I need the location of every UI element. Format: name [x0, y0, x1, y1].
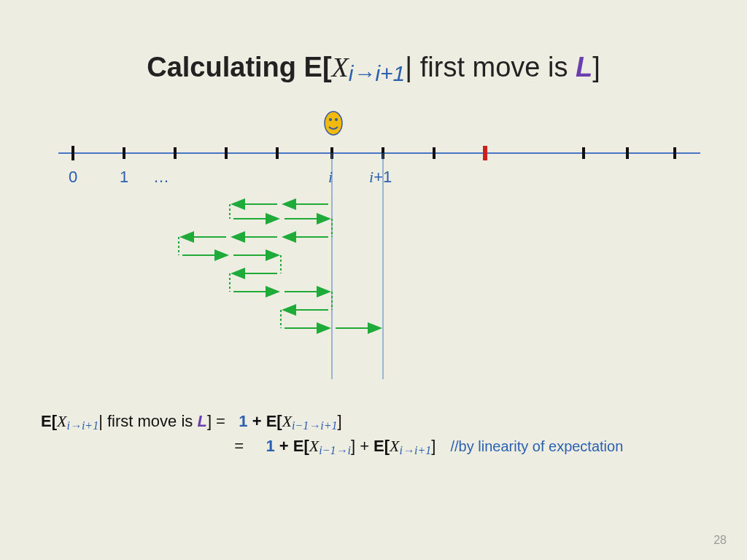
- svg-point-1: [329, 118, 332, 121]
- svg-point-0: [325, 112, 342, 135]
- equation-row-1: E[Xi→i+1| first move is L] = 1 + E[Xi−1→…: [41, 412, 623, 432]
- title-L: L: [576, 52, 592, 82]
- title-subscript: i→i+1: [349, 61, 405, 85]
- page-number: 28: [713, 534, 727, 547]
- axis-label-1: 1: [120, 168, 128, 187]
- eq-indent: =: [41, 437, 248, 456]
- title-mid: | first move is: [405, 52, 576, 82]
- equation-block: E[Xi→i+1| first move is L] = 1 + E[Xi−1→…: [41, 412, 623, 462]
- axis-label-0: 0: [69, 168, 77, 187]
- svg-point-2: [335, 118, 338, 121]
- axis-label-i: i: [328, 168, 333, 187]
- slide: Calculating E[Xi→i+1| first move is L]: [0, 0, 747, 560]
- title-suffix: ]: [592, 52, 600, 82]
- slide-title: Calculating E[Xi→i+1| first move is L]: [0, 51, 747, 86]
- title-prefix: Calculating E[: [147, 52, 331, 82]
- linearity-comment: //by linearity of expectation: [451, 438, 624, 454]
- numberline-diagram: 0 1 … i i+1: [58, 117, 700, 379]
- equation-row-2: = 1 + E[Xi−1→i] + E[Xi→i+1] //by lineari…: [41, 437, 623, 457]
- title-var: X: [332, 52, 349, 82]
- diagram-svg: [58, 117, 700, 379]
- smiley-icon: [323, 111, 344, 136]
- axis-label-iplus1: i+1: [369, 168, 392, 187]
- axis-label-dots: …: [153, 168, 169, 187]
